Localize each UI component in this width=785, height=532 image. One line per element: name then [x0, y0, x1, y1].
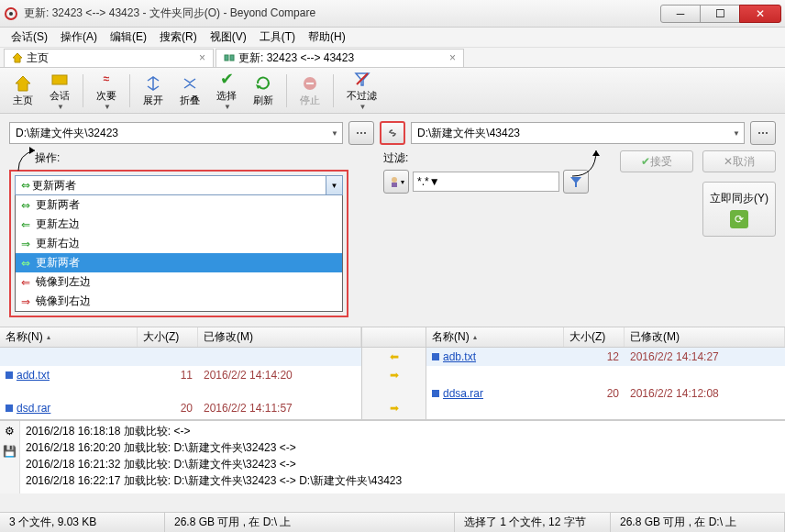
- operation-dropdown: ⇔更新两者 ⇐更新左边 ⇒更新右边 ⇔更新两者 ⇐镜像到左边 ⇒镜像到右边: [15, 194, 343, 312]
- menu-action[interactable]: 操作(A): [55, 28, 103, 47]
- tb-select[interactable]: ✔选择▼: [209, 68, 244, 113]
- op-mirror-left[interactable]: ⇐镜像到左边: [16, 272, 342, 292]
- col-name[interactable]: 名称(N)▴: [426, 327, 564, 347]
- op-update-both[interactable]: ⇔更新两者: [16, 195, 342, 215]
- gear-icon[interactable]: ⚙: [5, 425, 15, 438]
- file-icon: [432, 353, 439, 360]
- copy-left-icon[interactable]: ⬅: [390, 350, 399, 363]
- left-browse-button[interactable]: ⋯: [348, 121, 374, 145]
- maximize-button[interactable]: ☐: [700, 5, 740, 23]
- copy-right-icon[interactable]: ➡: [390, 369, 399, 382]
- op-update-right[interactable]: ⇒更新右边: [16, 234, 342, 253]
- log-content[interactable]: 2016/2/18 16:18:18 加载比较: <-> 2016/2/18 1…: [20, 421, 785, 493]
- table-row[interactable]: [426, 366, 785, 384]
- sync-icon: [224, 52, 235, 63]
- col-mod[interactable]: 已修改(M): [625, 327, 785, 347]
- accept-button[interactable]: ✔ 接受: [620, 150, 693, 172]
- menu-tools[interactable]: 工具(T): [254, 28, 301, 47]
- right-browse-button[interactable]: ⋯: [750, 121, 776, 145]
- combo-caret[interactable]: ▼: [326, 176, 342, 194]
- separator: [333, 74, 334, 107]
- folder-icon: [50, 70, 69, 88]
- minimize-button[interactable]: ─: [660, 5, 701, 23]
- menu-edit[interactable]: 编辑(E): [105, 28, 152, 47]
- tb-expand[interactable]: 展开: [136, 72, 171, 109]
- file-name[interactable]: dsd.rar: [17, 402, 50, 415]
- menu-help[interactable]: 帮助(H): [303, 28, 351, 47]
- table-row[interactable]: [0, 384, 361, 399]
- copy-right-icon[interactable]: ➡: [390, 402, 399, 415]
- tab-home[interactable]: 主页 ×: [4, 49, 214, 67]
- svg-rect-4: [230, 55, 234, 61]
- tab-session-label: 更新: 32423 <--> 43423: [238, 50, 354, 66]
- filter-input[interactable]: *.* ▼: [413, 172, 559, 192]
- tab-home-close[interactable]: ×: [199, 51, 205, 64]
- right-path-input[interactable]: D:\新建文件夹\43423 ▼: [411, 122, 745, 144]
- separator: [129, 74, 130, 107]
- table-row[interactable]: add.txt112016/2/2 14:14:20: [0, 366, 361, 384]
- table-row[interactable]: adb.txt122016/2/2 14:14:27: [426, 348, 785, 366]
- cancel-button[interactable]: ✕ 取消: [702, 150, 776, 172]
- tb-home[interactable]: 主页: [6, 72, 40, 109]
- status-left-disk: 26.8 GB 可用 , 在 D:\ 上: [165, 513, 455, 532]
- col-size[interactable]: 大小(Z): [138, 327, 198, 347]
- status-selection: 选择了 1 个文件, 12 字节: [455, 513, 611, 532]
- right-path-value: D:\新建文件夹\43423: [417, 126, 520, 141]
- menu-search[interactable]: 搜索(R): [154, 28, 203, 47]
- operation-selected: 更新两者: [32, 178, 76, 194]
- operation-combo[interactable]: ⇔ 更新两者 ▼: [15, 175, 343, 195]
- file-icon: [6, 371, 13, 379]
- log-line: 2016/2/18 16:21:32 加载比较: D:\新建文件夹\32423 …: [26, 456, 779, 472]
- svg-marker-2: [13, 53, 22, 62]
- left-path-value: D:\新建文件夹\32423: [16, 126, 118, 141]
- close-button[interactable]: ✕: [739, 5, 781, 23]
- table-row[interactable]: [0, 348, 361, 366]
- app-icon: [4, 6, 18, 21]
- home-icon: [12, 52, 23, 63]
- svg-point-1: [9, 12, 13, 16]
- filter-presets-button[interactable]: ▾: [383, 170, 409, 194]
- op-update-left[interactable]: ⇐更新左边: [16, 215, 342, 234]
- status-files: 3 个文件, 9.03 KB: [0, 513, 165, 532]
- tab-session[interactable]: 更新: 32423 <--> 43423 ×: [216, 49, 464, 67]
- file-icon: [6, 405, 13, 412]
- col-size[interactable]: 大小(Z): [564, 327, 625, 347]
- home-icon: [14, 74, 32, 93]
- apply-filter-button[interactable]: [563, 170, 589, 194]
- collapse-icon: [181, 74, 199, 93]
- table-row[interactable]: dsd.rar202016/2/2 14:11:57: [0, 399, 361, 417]
- left-grid: 名称(N)▴ 大小(Z) 已修改(M) add.txt112016/2/2 14…: [0, 327, 362, 419]
- menu-session[interactable]: 会话(S): [6, 28, 53, 47]
- table-row[interactable]: ddsa.rar202016/2/2 14:12:08: [426, 384, 785, 403]
- tab-session-close[interactable]: ×: [449, 51, 456, 64]
- operations-row: 操作: ⇔ 更新两者 ▼ ⇔更新两者 ⇐更新左边 ⇒更新右边 ⇔更新两者 ⇐镜像…: [0, 149, 785, 327]
- file-name[interactable]: ddsa.rar: [443, 387, 483, 400]
- save-icon[interactable]: 💾: [3, 445, 17, 458]
- window-title: 更新: 32423 <--> 43423 - 文件夹同步(O) - Beyond…: [24, 6, 661, 21]
- paths-row: D:\新建文件夹\32423 ▼ ⋯ D:\新建文件夹\43423 ▼ ⋯: [0, 114, 785, 149]
- tb-refresh[interactable]: 刷新: [246, 72, 281, 109]
- tb-session[interactable]: 会话▼: [42, 68, 77, 113]
- right-grid-header: 名称(N)▴ 大小(Z) 已修改(M): [426, 327, 785, 348]
- file-name[interactable]: adb.txt: [443, 350, 476, 363]
- col-mod[interactable]: 已修改(M): [198, 327, 361, 347]
- operations-label: 操作:: [35, 150, 60, 166]
- op-update-both-sel[interactable]: ⇔更新两者: [16, 253, 342, 272]
- sync-now-button[interactable]: 立即同步(Y) ⟳: [702, 182, 776, 237]
- status-right-disk: 26.8 GB 可用 , 在 D:\ 上: [611, 513, 785, 532]
- sync-now-label: 立即同步(Y): [710, 191, 768, 206]
- tb-collapse[interactable]: 折叠: [172, 72, 207, 109]
- col-name[interactable]: 名称(N)▴: [0, 327, 138, 347]
- left-path-input[interactable]: D:\新建文件夹\32423 ▼: [9, 122, 343, 144]
- svg-rect-6: [52, 75, 67, 84]
- refresh-icon: [254, 74, 272, 93]
- tb-minor[interactable]: ≈次要▼: [89, 68, 124, 113]
- op-mirror-right[interactable]: ⇒镜像到右边: [16, 292, 342, 311]
- link-paths-button[interactable]: [380, 121, 405, 145]
- file-name[interactable]: add.txt: [17, 369, 50, 382]
- tb-nofilter[interactable]: 不过滤▼: [339, 68, 384, 113]
- menu-view[interactable]: 视图(V): [205, 28, 252, 47]
- tab-bar: 主页 × 更新: 32423 <--> 43423 ×: [0, 48, 785, 68]
- tb-stop[interactable]: 停止: [293, 72, 327, 109]
- separator: [83, 74, 83, 107]
